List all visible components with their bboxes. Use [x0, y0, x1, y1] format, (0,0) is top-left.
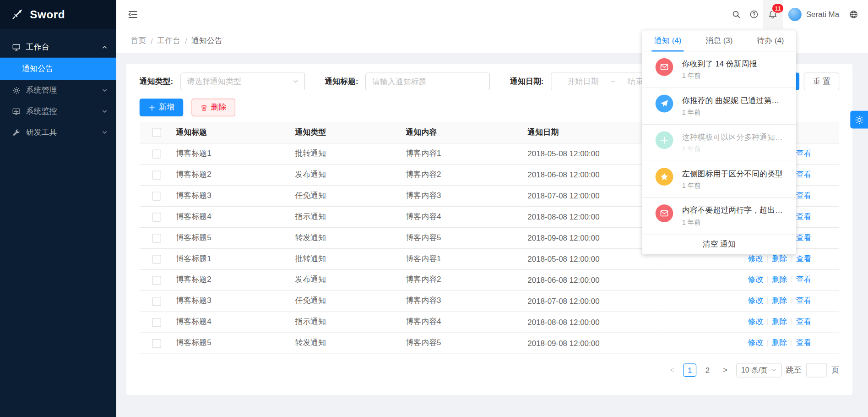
date-separator: ~	[611, 77, 615, 86]
row-checkbox[interactable]	[152, 255, 161, 263]
page-button-2[interactable]: 2	[701, 363, 714, 377]
row-action-0[interactable]: 修改	[748, 254, 763, 263]
row-action-2[interactable]: 查看	[796, 254, 812, 263]
notification-tabs: 通知 (4) 消息 (3) 待办 (4)	[642, 31, 796, 52]
add-button-label: 新增	[159, 103, 174, 113]
next-page-button[interactable]: >	[719, 363, 732, 377]
add-button[interactable]: 新增	[140, 99, 184, 116]
notification-item[interactable]: 内容不要超过两行字，超出时自动截断 1 年前	[642, 198, 796, 235]
notification-item[interactable]: 这种模板可以区分多种通知类型 1 年前	[642, 125, 796, 161]
breadcrumb-item[interactable]: 首页	[130, 36, 146, 46]
column-header-date: 通知日期	[527, 122, 660, 143]
jump-page-input[interactable]	[806, 362, 827, 377]
tab-notifications[interactable]: 通知 (4)	[642, 31, 694, 51]
row-action-0[interactable]: 修改	[748, 317, 763, 326]
row-action-2[interactable]: 查看	[796, 148, 812, 157]
prev-page-button[interactable]: <	[665, 363, 678, 377]
cell-type: 批转通知	[295, 143, 406, 164]
row-action-2[interactable]: 查看	[796, 170, 812, 178]
row-checkbox[interactable]	[152, 213, 161, 221]
sidebar-collapse-button[interactable]	[127, 9, 138, 20]
breadcrumb-item[interactable]: 工作台	[157, 36, 180, 46]
notification-panel: 通知 (4) 消息 (3) 待办 (4) 你收到了 14 份新周报 1 年前 你…	[642, 31, 796, 255]
send-icon	[656, 95, 673, 113]
action-separator: |	[791, 296, 792, 305]
star-icon	[656, 168, 673, 186]
row-action-2[interactable]: 查看	[796, 275, 812, 284]
tab-todos[interactable]: 待办 (4)	[745, 31, 796, 51]
user-menu[interactable]: Serati Ma	[783, 0, 845, 29]
row-checkbox[interactable]	[152, 276, 161, 285]
table-row: 博客标题2 发布通知 博客内容2 2018-06-08 12:00:00 修改|…	[140, 269, 839, 291]
row-action-1[interactable]: 删除	[772, 338, 787, 347]
row-action-2[interactable]: 查看	[796, 191, 812, 199]
filter-type-label: 通知类型:	[140, 77, 173, 87]
logo[interactable]: Sword	[0, 0, 116, 29]
row-checkbox[interactable]	[152, 234, 161, 242]
notification-item[interactable]: 你推荐的 曲妮妮 已通过第三轮面试 1 年前	[642, 88, 796, 125]
delete-button[interactable]: 删除	[191, 99, 235, 116]
search-icon[interactable]	[727, 0, 745, 29]
help-icon[interactable]	[745, 0, 763, 29]
chevron-down-icon	[102, 130, 107, 135]
notifications-button[interactable]: 11	[763, 0, 783, 29]
sidebar-item-3[interactable]: 研发工具	[0, 122, 116, 143]
row-checkbox[interactable]	[152, 339, 161, 348]
sidebar-menu: 工作台 通知公告 系统管理 系统监控 研发工具	[0, 29, 116, 143]
page-suffix: 页	[831, 365, 839, 375]
chevron-down-icon	[771, 367, 776, 373]
row-action-2[interactable]: 查看	[796, 233, 812, 241]
cell-content: 博客内容5	[406, 333, 527, 354]
cell-date: 2018-07-08 12:00:00	[527, 185, 660, 206]
notification-item[interactable]: 你收到了 14 份新周报 1 年前	[642, 51, 796, 88]
sidebar-item-2[interactable]: 系统监控	[0, 101, 116, 122]
setting-icon	[12, 86, 21, 94]
sidebar-item-0[interactable]: 工作台	[0, 37, 116, 58]
cell-title: 博客标题2	[176, 269, 295, 291]
sidebar-submenu-item[interactable]: 通知公告	[0, 58, 116, 80]
sidebar-item-1[interactable]: 系统管理	[0, 80, 116, 101]
cell-date: 2018-08-08 12:00:00	[527, 312, 660, 333]
row-checkbox[interactable]	[152, 192, 161, 200]
page-size-select[interactable]: 10 条/页	[736, 362, 781, 377]
row-checkbox[interactable]	[152, 318, 161, 327]
cell-content: 博客内容4	[406, 312, 527, 333]
row-action-1[interactable]: 删除	[772, 275, 787, 284]
notice-title-input[interactable]	[365, 72, 490, 90]
row-action-2[interactable]: 查看	[796, 317, 812, 326]
row-action-1[interactable]: 删除	[772, 296, 787, 305]
cell-content: 博客内容5	[406, 227, 527, 248]
row-action-0[interactable]: 修改	[748, 275, 763, 284]
row-checkbox[interactable]	[152, 149, 161, 158]
sidebar: Sword 工作台 通知公告 系统管理 系统监控 研发工具	[0, 0, 116, 417]
action-separator: |	[791, 317, 792, 326]
notification-item[interactable]: 左侧图标用于区分不同的类型 1 年前	[642, 161, 796, 198]
delete-button-label: 删除	[211, 103, 227, 113]
tab-messages[interactable]: 消息 (3)	[694, 31, 745, 51]
trash-icon	[201, 104, 208, 111]
row-action-2[interactable]: 查看	[796, 212, 812, 220]
cell-date: 2018-05-08 12:00:00	[527, 248, 660, 269]
row-action-0[interactable]: 修改	[748, 296, 763, 305]
cell-title: 博客标题3	[176, 291, 295, 312]
row-action-2[interactable]: 查看	[796, 338, 812, 347]
page-button-1[interactable]: 1	[683, 363, 696, 377]
row-action-2[interactable]: 查看	[796, 296, 812, 305]
row-action-1[interactable]: 删除	[772, 317, 787, 326]
reset-button[interactable]: 重 置	[804, 72, 839, 90]
language-globe-icon[interactable]	[845, 0, 863, 29]
row-checkbox[interactable]	[152, 297, 161, 306]
cell-title: 博客标题5	[176, 333, 295, 354]
row-action-0[interactable]: 修改	[748, 338, 763, 347]
clear-notifications-button[interactable]: 清空 通知	[642, 234, 796, 254]
cell-content: 博客内容2	[406, 164, 527, 185]
row-action-1[interactable]: 删除	[772, 254, 787, 263]
notification-badge: 11	[772, 4, 783, 12]
cell-type: 发布通知	[295, 164, 406, 185]
select-all-checkbox[interactable]	[152, 128, 161, 137]
settings-fab-button[interactable]	[850, 111, 868, 129]
row-checkbox[interactable]	[152, 170, 161, 179]
cell-date: 2018-09-08 12:00:00	[527, 333, 660, 354]
app-root: Sword 工作台 通知公告 系统管理 系统监控 研发工具	[0, 0, 868, 417]
notice-type-select[interactable]: 请选择通知类型	[180, 72, 305, 90]
